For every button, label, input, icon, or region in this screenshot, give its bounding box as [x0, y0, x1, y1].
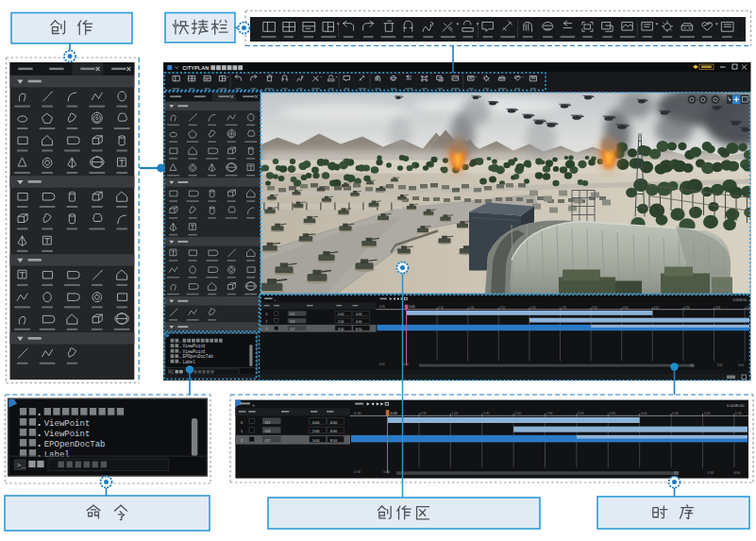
svg-text:>_: >_ [17, 462, 26, 469]
svg-text:0:00/8:00: 0:00/8:00 [727, 403, 745, 408]
svg-text:2: 2 [266, 328, 268, 331]
svg-text:3:30: 3:30 [623, 306, 629, 310]
svg-text:0:30: 0:30 [420, 412, 427, 415]
svg-text:ViewPoint: ViewPoint [44, 419, 91, 429]
svg-text:4:00: 4:00 [641, 412, 647, 415]
svg-text:Label: Label [44, 450, 70, 460]
svg-text:4:00: 4:00 [654, 306, 660, 310]
svg-text:5:30: 5:30 [707, 471, 714, 475]
svg-text:4:00: 4:00 [356, 313, 361, 316]
svg-text:3:00: 3:00 [578, 412, 584, 415]
svg-text:0:00: 0:00 [338, 313, 344, 316]
svg-text:017: 017 [290, 328, 294, 331]
svg-text:0:00/8:00: 0:00/8:00 [733, 298, 748, 302]
svg-text:1:00: 1:00 [452, 412, 459, 415]
svg-text:1:30: 1:30 [500, 306, 506, 310]
svg-text:0:30: 0:30 [438, 306, 444, 310]
svg-text:EPOpenDocTab: EPOpenDocTab [44, 440, 106, 449]
svg-text:1: 1 [266, 320, 268, 324]
svg-text:0:00: 0:00 [312, 421, 319, 425]
svg-text:0:00: 0:00 [391, 412, 397, 415]
svg-text:5:30: 5:30 [717, 363, 723, 367]
svg-text:4:30: 4:30 [684, 306, 690, 310]
svg-text:3:30: 3:30 [610, 412, 616, 415]
svg-text:-0:30: -0:30 [378, 363, 385, 366]
svg-text:5:30: 5:30 [735, 412, 742, 415]
svg-text:4:30: 4:30 [672, 412, 679, 415]
svg-text:3:00: 3:00 [312, 439, 319, 443]
svg-text:2:00: 2:00 [530, 306, 536, 310]
svg-text:CITYPLAN: CITYPLAN [182, 65, 209, 71]
svg-text:8:00: 8:00 [733, 471, 740, 475]
svg-text:016: 016 [290, 320, 294, 324]
svg-text:0: 0 [266, 313, 268, 316]
svg-text:5:30: 5:30 [746, 306, 751, 310]
svg-text:3:00: 3:00 [592, 306, 597, 310]
svg-text:4:00: 4:00 [330, 430, 337, 433]
svg-text:ViewPoint: ViewPoint [44, 430, 91, 439]
svg-text:4:00: 4:00 [330, 421, 337, 425]
svg-text:5:00: 5:00 [715, 306, 721, 310]
svg-text:1:30: 1:30 [483, 412, 490, 415]
svg-text:ViewPoint: ViewPoint [183, 349, 207, 354]
svg-text:0:00: 0:00 [403, 363, 409, 366]
svg-text:1:00: 1:00 [469, 306, 475, 310]
svg-text:Label: Label [183, 360, 196, 364]
svg-text:016: 016 [264, 430, 270, 433]
svg-text:011: 011 [290, 313, 294, 316]
svg-text:8:50: 8:50 [330, 439, 337, 443]
svg-text:-0:30: -0:30 [353, 470, 361, 474]
svg-text:8:00: 8:00 [738, 363, 744, 367]
svg-text:2:30: 2:30 [546, 412, 553, 415]
svg-text:2:00: 2:00 [338, 320, 344, 324]
svg-text:-0:30: -0:30 [353, 412, 361, 415]
svg-text:8:50: 8:50 [356, 328, 361, 331]
svg-text:+: + [252, 402, 255, 408]
svg-text:011: 011 [264, 421, 270, 425]
svg-text:ViewPoint: ViewPoint [183, 344, 207, 348]
svg-text:017: 017 [264, 439, 270, 443]
svg-text:EPOpenDocTab: EPOpenDocTab [183, 354, 214, 359]
svg-text:-0:30: -0:30 [378, 305, 385, 309]
svg-text:5:00: 5:00 [704, 412, 711, 415]
svg-text:>_: >_ [169, 370, 174, 374]
svg-text:0:00: 0:00 [410, 305, 415, 309]
svg-text:3:00: 3:00 [338, 328, 344, 331]
svg-text:0:00: 0:00 [383, 470, 390, 474]
svg-text:2:00: 2:00 [514, 412, 521, 415]
svg-text:4:00: 4:00 [356, 320, 361, 324]
svg-text:2:00: 2:00 [312, 430, 319, 433]
svg-text:2:30: 2:30 [562, 306, 567, 310]
